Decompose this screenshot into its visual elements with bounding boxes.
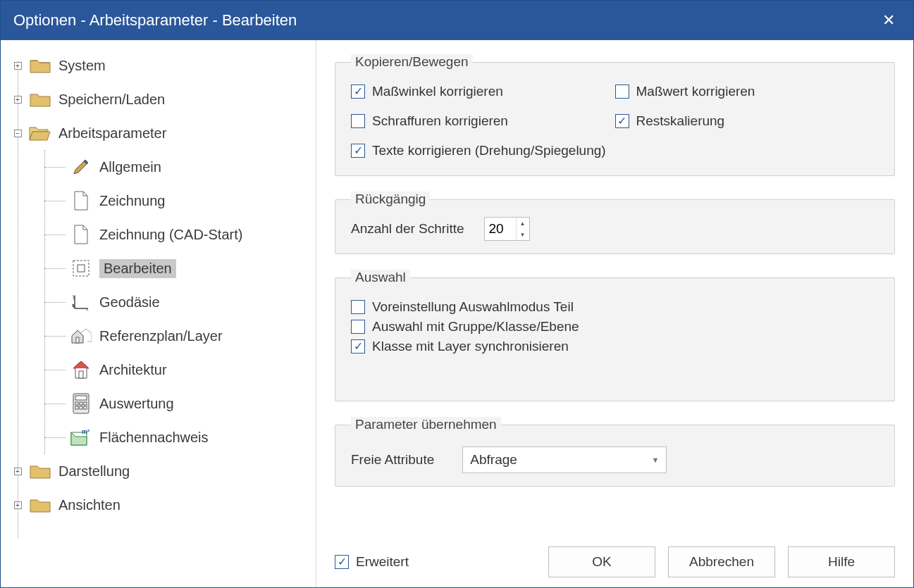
checkbox-label: Schraffuren korrigieren <box>372 113 508 129</box>
svg-rect-9 <box>80 402 82 405</box>
tree-item-geodaesie[interactable]: xyz Geodäsie <box>70 285 311 319</box>
tree-item-flaechennachweis[interactable]: m² Flächennachweis <box>70 420 311 454</box>
attr-label: Freie Attribute <box>351 452 434 468</box>
checkbox-icon <box>615 114 629 128</box>
checkbox-masswert[interactable]: Maßwert korrigieren <box>615 84 879 99</box>
svg-rect-1 <box>78 265 85 272</box>
checkbox-icon <box>351 144 365 158</box>
svg-text:x: x <box>86 306 89 311</box>
checkbox-icon <box>615 85 629 99</box>
checkbox-restskalierung[interactable]: Restskalierung <box>615 113 879 129</box>
button-label: Hilfe <box>828 554 855 570</box>
tree-label: Zeichnung (CAD-Start) <box>99 227 242 243</box>
checkbox-label: Maßwert korrigieren <box>636 84 755 99</box>
close-icon[interactable]: ✕ <box>877 13 901 28</box>
help-button[interactable]: Hilfe <box>788 546 895 577</box>
checkbox-label: Voreinstellung Auswahlmodus Teil <box>372 299 574 315</box>
tree-item-ansichten[interactable]: + Ansichten <box>11 488 311 522</box>
checkbox-icon <box>351 300 365 314</box>
svg-rect-12 <box>80 406 82 409</box>
tree-item-referenzplan[interactable]: Referenzplan/Layer <box>70 319 311 353</box>
document-icon <box>70 225 92 244</box>
group-legend: Parameter übernehmen <box>351 417 501 432</box>
svg-rect-10 <box>84 402 87 405</box>
group-undo: Rückgängig Anzahl der Schritte ▲ ▼ <box>335 192 895 254</box>
titlebar: Optionen - Arbeitsparameter - Bearbeiten… <box>1 1 913 40</box>
tree-item-architektur[interactable]: Architektur <box>70 353 311 387</box>
svg-rect-13 <box>84 406 87 409</box>
collapse-icon[interactable]: − <box>11 130 25 137</box>
tree-label: Speichern/Laden <box>58 92 165 108</box>
tree-item-zeichnung[interactable]: Zeichnung <box>70 184 311 218</box>
dropdown-value: Abfrage <box>470 452 517 468</box>
group-selection: Auswahl Voreinstellung Auswahlmodus Teil… <box>335 270 895 401</box>
group-legend: Auswahl <box>351 270 410 285</box>
checkbox-icon <box>351 85 365 99</box>
expand-icon[interactable]: + <box>11 468 25 475</box>
tree-label: Ansichten <box>58 497 121 513</box>
checkbox-voreinstellung[interactable]: Voreinstellung Auswahlmodus Teil <box>351 299 879 315</box>
checkbox-erweitert[interactable]: Erweitert <box>335 554 409 570</box>
expand-icon[interactable]: + <box>11 96 25 104</box>
tree-item-system[interactable]: + System <box>11 49 311 82</box>
group-legend: Kopieren/Bewegen <box>351 54 473 70</box>
checkbox-label: Maßwinkel korrigieren <box>372 84 503 99</box>
group-copy-move: Kopieren/Bewegen Maßwinkel korrigieren M… <box>335 54 895 176</box>
folder-icon <box>29 461 51 481</box>
checkbox-label: Klasse mit Layer synchronisieren <box>372 339 569 354</box>
folder-open-icon <box>29 123 51 143</box>
tree-label: Allgemein <box>99 159 161 175</box>
tree-label: Zeichnung <box>99 193 165 209</box>
svg-rect-8 <box>75 402 78 405</box>
tree-label: Referenzplan/Layer <box>99 328 223 344</box>
checkbox-masswinkel[interactable]: Maßwinkel korrigieren <box>351 84 615 99</box>
checkbox-label: Auswahl mit Gruppe/Klasse/Ebene <box>372 319 579 334</box>
group-adopt-params: Parameter übernehmen Freie Attribute Abf… <box>335 417 895 487</box>
spinner-up-icon[interactable]: ▲ <box>517 218 529 229</box>
tree-label: Bearbeiten <box>99 259 176 278</box>
tree-label: Geodäsie <box>99 294 160 311</box>
steps-label: Anzahl der Schritte <box>351 221 464 237</box>
calculator-icon <box>70 394 92 413</box>
svg-rect-11 <box>75 406 78 409</box>
attr-dropdown[interactable]: Abfrage ▼ <box>462 446 667 473</box>
svg-rect-5 <box>79 371 83 378</box>
svg-text:m²: m² <box>82 428 89 435</box>
tree-item-work-params[interactable]: − Arbeitsparameter <box>11 116 311 150</box>
checkbox-icon <box>351 114 365 128</box>
ok-button[interactable]: OK <box>548 546 655 577</box>
tree-label: Architektur <box>99 362 167 378</box>
tree-item-darstellung[interactable]: + Darstellung <box>11 454 311 488</box>
area-m2-icon: m² <box>70 427 92 447</box>
steps-input[interactable] <box>485 218 516 240</box>
expand-icon[interactable]: + <box>11 501 25 509</box>
tree-item-zeichnung-cad[interactable]: Zeichnung (CAD-Start) <box>70 218 311 251</box>
tree-label: Flächennachweis <box>99 430 209 446</box>
cancel-button[interactable]: Abbrechen <box>668 546 775 577</box>
checkbox-icon <box>351 320 365 334</box>
window-title: Optionen - Arbeitsparameter - Bearbeiten <box>13 11 877 30</box>
button-label: Abbrechen <box>689 554 754 570</box>
house-icon <box>70 360 92 380</box>
checkbox-texte[interactable]: Texte korrigieren (Drehung/Spiegelung) <box>351 143 879 158</box>
tree-label: System <box>58 58 106 74</box>
checkbox-klasse-layer[interactable]: Klasse mit Layer synchronisieren <box>351 339 879 354</box>
expand-icon[interactable]: + <box>11 62 25 70</box>
checkbox-icon <box>351 339 365 354</box>
steps-spinner[interactable]: ▲ ▼ <box>484 217 530 241</box>
tree-label: Arbeitsparameter <box>58 125 166 142</box>
tree-item-auswertung[interactable]: Auswertung <box>70 387 311 420</box>
chevron-down-icon: ▼ <box>651 456 659 464</box>
folder-icon <box>29 495 51 515</box>
spinner-down-icon[interactable]: ▼ <box>517 229 529 240</box>
checkbox-schraffuren[interactable]: Schraffuren korrigieren <box>351 113 615 129</box>
svg-text:y: y <box>73 294 75 299</box>
tree-item-bearbeiten[interactable]: Bearbeiten <box>70 251 311 285</box>
folder-icon <box>29 56 51 75</box>
document-icon <box>70 191 92 211</box>
checkbox-gruppe[interactable]: Auswahl mit Gruppe/Klasse/Ebene <box>351 319 879 334</box>
folder-icon <box>29 89 51 109</box>
house-layer-icon <box>70 326 92 346</box>
tree-item-save-load[interactable]: + Speichern/Laden <box>11 82 311 116</box>
tree-item-allgemein[interactable]: Allgemein <box>70 150 311 184</box>
